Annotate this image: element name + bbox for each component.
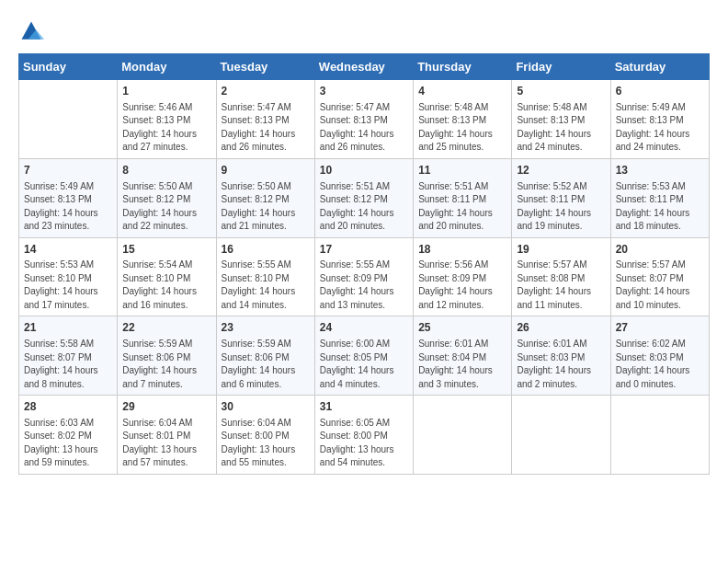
col-header-tuesday: Tuesday (216, 54, 314, 80)
day-number: 10 (320, 163, 408, 178)
calendar-cell: 18Sunrise: 5:56 AM Sunset: 8:09 PM Dayli… (414, 237, 512, 316)
cell-content: Sunrise: 5:57 AM Sunset: 8:08 PM Dayligh… (517, 259, 605, 312)
week-row-4: 28Sunrise: 6:03 AM Sunset: 8:02 PM Dayli… (19, 396, 710, 475)
calendar-cell: 1Sunrise: 5:46 AM Sunset: 8:13 PM Daylig… (118, 80, 216, 159)
calendar-table: SundayMondayTuesdayWednesdayThursdayFrid… (18, 53, 710, 475)
day-number: 19 (517, 242, 605, 258)
day-number: 6 (616, 84, 704, 99)
calendar-cell: 17Sunrise: 5:55 AM Sunset: 8:09 PM Dayli… (314, 237, 413, 316)
cell-content: Sunrise: 5:48 AM Sunset: 8:13 PM Dayligh… (517, 101, 605, 155)
cell-content: Sunrise: 5:59 AM Sunset: 8:06 PM Dayligh… (122, 338, 210, 391)
cell-content: Sunrise: 5:50 AM Sunset: 8:12 PM Dayligh… (122, 180, 210, 234)
day-number: 4 (418, 84, 506, 99)
calendar-cell: 11Sunrise: 5:51 AM Sunset: 8:11 PM Dayli… (414, 158, 512, 237)
calendar-cell: 16Sunrise: 5:55 AM Sunset: 8:10 PM Dayli… (216, 237, 314, 316)
cell-content: Sunrise: 6:04 AM Sunset: 8:01 PM Dayligh… (122, 417, 210, 470)
col-header-thursday: Thursday (414, 54, 512, 80)
calendar-cell: 27Sunrise: 6:02 AM Sunset: 8:03 PM Dayli… (610, 316, 709, 396)
day-number: 17 (320, 242, 408, 258)
day-number: 30 (222, 399, 310, 415)
week-row-3: 21Sunrise: 5:58 AM Sunset: 8:07 PM Dayli… (19, 316, 710, 396)
cell-content: Sunrise: 5:59 AM Sunset: 8:06 PM Dayligh… (222, 338, 310, 391)
cell-content: Sunrise: 5:51 AM Sunset: 8:12 PM Dayligh… (320, 180, 408, 234)
calendar-cell: 5Sunrise: 5:48 AM Sunset: 8:13 PM Daylig… (512, 80, 610, 159)
day-number: 5 (517, 84, 605, 99)
day-number: 8 (122, 163, 210, 178)
col-header-sunday: Sunday (19, 54, 118, 80)
day-number: 14 (24, 242, 112, 258)
calendar-cell: 20Sunrise: 5:57 AM Sunset: 8:07 PM Dayli… (610, 237, 709, 316)
calendar-cell (610, 396, 709, 475)
cell-content: Sunrise: 6:02 AM Sunset: 8:03 PM Dayligh… (616, 338, 704, 391)
col-header-wednesday: Wednesday (314, 54, 413, 80)
cell-content: Sunrise: 6:04 AM Sunset: 8:00 PM Dayligh… (222, 417, 310, 470)
calendar-cell: 2Sunrise: 5:47 AM Sunset: 8:13 PM Daylig… (216, 80, 314, 159)
day-number: 24 (320, 320, 408, 336)
calendar-cell: 15Sunrise: 5:54 AM Sunset: 8:10 PM Dayli… (118, 237, 216, 316)
day-number: 31 (320, 399, 408, 415)
cell-content: Sunrise: 5:53 AM Sunset: 8:11 PM Dayligh… (616, 180, 704, 234)
cell-content: Sunrise: 5:46 AM Sunset: 8:13 PM Dayligh… (122, 101, 210, 155)
calendar-cell: 23Sunrise: 5:59 AM Sunset: 8:06 PM Dayli… (216, 316, 314, 396)
cell-content: Sunrise: 5:52 AM Sunset: 8:11 PM Dayligh… (517, 180, 605, 234)
calendar-cell: 8Sunrise: 5:50 AM Sunset: 8:12 PM Daylig… (118, 158, 216, 237)
day-number: 3 (320, 84, 408, 99)
cell-content: Sunrise: 6:03 AM Sunset: 8:02 PM Dayligh… (24, 417, 112, 470)
cell-content: Sunrise: 5:57 AM Sunset: 8:07 PM Dayligh… (616, 259, 704, 312)
calendar-cell: 6Sunrise: 5:49 AM Sunset: 8:13 PM Daylig… (610, 80, 709, 159)
day-number: 28 (24, 399, 112, 415)
cell-content: Sunrise: 5:58 AM Sunset: 8:07 PM Dayligh… (24, 338, 112, 391)
cell-content: Sunrise: 5:50 AM Sunset: 8:12 PM Dayligh… (222, 180, 310, 234)
day-number: 26 (517, 320, 605, 336)
cell-content: Sunrise: 5:47 AM Sunset: 8:13 PM Dayligh… (320, 101, 408, 155)
cell-content: Sunrise: 6:05 AM Sunset: 8:00 PM Dayligh… (320, 417, 408, 470)
day-number: 7 (24, 163, 112, 178)
calendar-cell: 10Sunrise: 5:51 AM Sunset: 8:12 PM Dayli… (314, 158, 413, 237)
cell-content: Sunrise: 5:55 AM Sunset: 8:10 PM Dayligh… (222, 259, 310, 312)
day-number: 29 (122, 399, 210, 415)
calendar-cell: 24Sunrise: 6:00 AM Sunset: 8:05 PM Dayli… (314, 316, 413, 396)
day-number: 25 (418, 320, 506, 336)
logo-icon (18, 18, 44, 44)
cell-content: Sunrise: 5:56 AM Sunset: 8:09 PM Dayligh… (418, 259, 506, 312)
day-number: 2 (222, 84, 310, 99)
calendar-cell: 13Sunrise: 5:53 AM Sunset: 8:11 PM Dayli… (610, 158, 709, 237)
calendar-cell: 4Sunrise: 5:48 AM Sunset: 8:13 PM Daylig… (414, 80, 512, 159)
day-number: 11 (418, 163, 506, 178)
day-number: 18 (418, 242, 506, 258)
day-number: 15 (122, 242, 210, 258)
cell-content: Sunrise: 5:47 AM Sunset: 8:13 PM Dayligh… (222, 101, 310, 155)
cell-content: Sunrise: 5:48 AM Sunset: 8:13 PM Dayligh… (418, 101, 506, 155)
calendar-cell: 14Sunrise: 5:53 AM Sunset: 8:10 PM Dayli… (19, 237, 118, 316)
calendar-cell: 26Sunrise: 6:01 AM Sunset: 8:03 PM Dayli… (512, 316, 610, 396)
calendar-cell: 29Sunrise: 6:04 AM Sunset: 8:01 PM Dayli… (118, 396, 216, 475)
calendar-cell: 9Sunrise: 5:50 AM Sunset: 8:12 PM Daylig… (216, 158, 314, 237)
day-number: 13 (616, 163, 704, 178)
week-row-0: 1Sunrise: 5:46 AM Sunset: 8:13 PM Daylig… (19, 80, 710, 159)
calendar-cell: 31Sunrise: 6:05 AM Sunset: 8:00 PM Dayli… (314, 396, 413, 475)
day-number: 21 (24, 320, 112, 336)
day-number: 22 (122, 320, 210, 336)
cell-content: Sunrise: 5:55 AM Sunset: 8:09 PM Dayligh… (320, 259, 408, 312)
cell-content: Sunrise: 5:54 AM Sunset: 8:10 PM Dayligh… (122, 259, 210, 312)
calendar-cell: 19Sunrise: 5:57 AM Sunset: 8:08 PM Dayli… (512, 237, 610, 316)
calendar-cell (414, 396, 512, 475)
day-number: 9 (222, 163, 310, 178)
cell-content: Sunrise: 6:01 AM Sunset: 8:04 PM Dayligh… (418, 338, 506, 391)
header-row: SundayMondayTuesdayWednesdayThursdayFrid… (19, 54, 710, 80)
day-number: 27 (616, 320, 704, 336)
calendar-cell (512, 396, 610, 475)
cell-content: Sunrise: 5:49 AM Sunset: 8:13 PM Dayligh… (616, 101, 704, 155)
calendar-cell: 30Sunrise: 6:04 AM Sunset: 8:00 PM Dayli… (216, 396, 314, 475)
col-header-monday: Monday (118, 54, 216, 80)
col-header-friday: Friday (512, 54, 610, 80)
day-number: 23 (222, 320, 310, 336)
calendar-cell: 25Sunrise: 6:01 AM Sunset: 8:04 PM Dayli… (414, 316, 512, 396)
calendar-cell: 21Sunrise: 5:58 AM Sunset: 8:07 PM Dayli… (19, 316, 118, 396)
week-row-2: 14Sunrise: 5:53 AM Sunset: 8:10 PM Dayli… (19, 237, 710, 316)
week-row-1: 7Sunrise: 5:49 AM Sunset: 8:13 PM Daylig… (19, 158, 710, 237)
logo (18, 18, 48, 44)
day-number: 16 (222, 242, 310, 258)
calendar-cell: 3Sunrise: 5:47 AM Sunset: 8:13 PM Daylig… (314, 80, 413, 159)
day-number: 20 (616, 242, 704, 258)
